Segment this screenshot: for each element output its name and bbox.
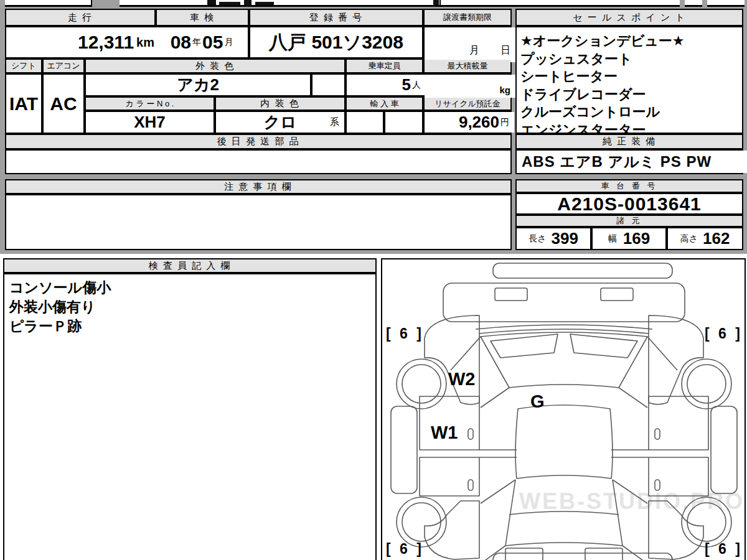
spec-width-value: 169 [623,229,650,248]
cutoff-cell [707,0,745,7]
registration-header: 登 録 番 号 [250,10,422,25]
sales-point-item: プッシュスタート [520,50,632,68]
inspection-value: 08年05月 [157,27,248,57]
spec-length-label: 長さ [529,233,546,245]
front-right-wheel [682,359,731,409]
rear-bumper [493,553,672,560]
exterior-color-extra-cell [312,75,344,95]
exterior-color-header: 外 装 色 [86,60,344,72]
cutoff-text-fragment [255,2,274,5]
rear-light-left [505,548,543,560]
inspection-header: 車 検 [157,10,248,25]
rear-left-wheel [397,497,446,547]
mileage-header: 走 行 [6,10,154,25]
windshield-pane-left [491,334,558,358]
aircon-value: AC [44,75,83,133]
mileage-unit: km [136,35,154,50]
sales-point-item: クルーズコントロール [520,103,660,121]
notes-header: 注 意 事 項 欄 [6,180,510,193]
color-no-value: XH7 [86,112,214,133]
color-no-header: カ ラ ー N o . [86,98,214,110]
spec-length: 長さ 399 [517,228,590,249]
cutoff-cell [5,0,92,7]
front-fender-right [649,315,703,404]
door-handle [468,429,473,439]
max-load-header: 最大積載量 [425,60,510,72]
sales-point-item: ★オークションデビュー★ [520,32,685,50]
deadline-value: 月日 [425,27,519,62]
shift-header: シフト [6,60,41,72]
rear-quarter-right [649,501,703,559]
inspector-box: 検 査 員 記 入 欄 コンソール傷小 外装小傷有り ピラーＰ跡 [3,258,377,560]
cutoff-text-fragment [244,0,251,5]
aircon-header: エアコン [44,60,83,72]
left-headlight [495,288,527,301]
damage-mark-rear-left: [ 6 ] [386,541,424,558]
a-pillar-left [451,337,481,370]
sales-points-list: ★オークションデビュー★ プッシュスタート シートヒーター ドライブレコーダー … [517,27,742,133]
rear-light-right [585,548,622,560]
rocker-left [391,406,417,493]
rear-right-wheel-inner [687,503,726,541]
a-pillar-right-lower [619,388,647,408]
cowl-line [476,325,652,329]
a-pillar-right [647,337,677,370]
a-pillar-left-lower [481,388,509,408]
front-fender-left [425,315,479,404]
cutoff-text-fragment [433,0,439,5]
import-value-left [347,112,383,133]
sales-point-item: エンジンスターター [520,121,646,133]
mileage-value: 12,311km [6,27,161,57]
notes-content [6,195,510,249]
later-parts-header: 後 日 発 送 部 品 [6,135,510,148]
sales-point-item: ドライブレコーダー [520,86,646,104]
damage-mark-w1: W1 [431,422,458,443]
cutoff-cell [685,0,702,7]
door-handle [468,480,473,490]
chassis-header: 車 台 番 号 [517,180,742,192]
cutoff-text-fragment [207,0,216,5]
rocker-right [711,406,737,493]
recycle-header: リサイクル預託金 [425,98,510,110]
rear-window-midline [509,511,619,515]
b-pillar-left [479,450,517,457]
damage-mark-g: G [530,391,545,412]
cutoff-cell [120,0,441,7]
inspector-content: コンソール傷小 外装小傷有り ピラーＰ跡 [4,274,375,560]
shift-value: IAT [6,75,41,133]
damage-diagram-box: WEB-STUDIO.PRO [381,258,746,560]
rear-window-bottom [505,543,622,546]
chassis-box: 車 台 番 号 A210S-0013641 諸 元 長さ 399 幅 169 高… [515,179,743,250]
damage-mark-w2: W2 [448,369,476,390]
import-header: 輸 入 車 [347,98,422,110]
front-left-wheel [397,359,446,409]
spec-length-value: 399 [551,229,578,248]
damage-mark-rear-right: [ 6 ] [705,541,743,558]
chassis-value: A210S-0013641 [517,194,742,213]
notes-box: 注 意 事 項 欄 [5,179,512,250]
interior-color-suffix: 系 [330,116,339,128]
interior-color-value: クロ 系 [216,112,344,133]
front-left-wheel-inner [402,365,441,403]
car-outline-diagram [382,259,745,560]
door-handle [655,480,660,490]
inspector-line: ピラーＰ跡 [9,317,82,336]
oem-equipment-header: 純 正 装 備 [517,135,742,148]
import-value-right [385,112,422,133]
b-pillar-right [611,450,649,457]
interior-color-header: 内 装 色 [216,98,344,110]
spec-height: 高さ 162 [668,228,742,249]
deadline-header: 譲渡書類期限 [425,10,510,25]
c-pillar-upper [481,480,647,503]
info-table: 走 行 車 検 登 録 番 号 譲渡書類期限 12,311km 08年05月 八… [5,9,512,174]
door-handle [655,429,660,439]
later-parts-value [6,151,510,173]
spec-height-label: 高さ [680,233,698,245]
windshield-pane-right [570,334,637,358]
registration-value: 八戸 501ソ3208 [250,27,422,57]
windshield [481,332,647,388]
exterior-color-value: アカ2 [86,75,310,95]
auction-sheet: 走 行 車 検 登 録 番 号 譲渡書類期限 12,311km 08年05月 八… [0,0,747,560]
capacity-header: 乗車定員 [347,60,422,72]
rear-left-wheel-inner [402,503,441,541]
